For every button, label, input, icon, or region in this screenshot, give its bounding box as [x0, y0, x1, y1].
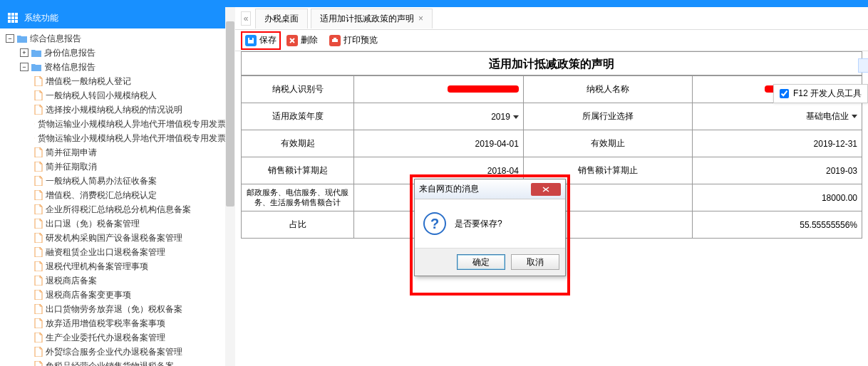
tree-leaf[interactable]: 企业所得税汇总纳税总分机构信息备案 — [0, 202, 234, 216]
file-icon — [34, 333, 43, 343]
svg-rect-13 — [334, 38, 336, 40]
tree-leaf[interactable]: 生产企业委托代办退税备案管理 — [0, 330, 234, 345]
tree-leaf-label: 一般纳税人简易办法征收备案 — [46, 175, 157, 187]
tree-leaf-label: 研发机构采购国产设备退税备案管理 — [46, 232, 182, 244]
label-service-sales-total: 邮政服务、电信服务、现代服务、生活服务销售额合计 — [242, 184, 354, 211]
close-icon[interactable]: × — [418, 14, 423, 23]
tree-group-qualification[interactable]: − 资格信息报告 — [0, 60, 234, 74]
cancel-button[interactable]: 取消 — [511, 254, 559, 270]
tab-bar: « 办税桌面 适用加计抵减政策的声明× — [235, 7, 868, 30]
save-button[interactable]: 保存 — [245, 34, 277, 46]
tab-declaration[interactable]: 适用加计抵减政策的声明× — [311, 9, 433, 28]
value-taxpayer-id — [354, 76, 524, 103]
tree-leaf[interactable]: 增值税一般纳税人登记 — [0, 74, 234, 88]
file-icon — [34, 105, 43, 115]
sidebar-header: 系统功能 — [0, 7, 234, 28]
dev-tools-tag[interactable]: F12 开发人员工具 — [773, 84, 868, 103]
tree-leaf[interactable]: 增值税、消费税汇总纳税认定 — [0, 188, 234, 202]
value-sales-to[interactable]: 2019-03 — [693, 157, 862, 184]
tree: − 综合信息报告 + 身份信息报告 − 资格信息报告 增值税一般纳税人登记一般纳… — [0, 28, 234, 366]
button-label: 保存 — [259, 34, 277, 46]
tree-leaf[interactable]: 简并征期申请 — [0, 145, 234, 160]
svg-rect-3 — [8, 16, 11, 19]
tree-leaf-label: 增值税一般纳税人登记 — [46, 75, 131, 88]
svg-rect-5 — [15, 16, 18, 19]
tree-leaf[interactable]: 免税品经营企业销售货物退税备案 — [0, 359, 234, 366]
tree-leaf-label: 免税品经营企业销售货物退税备案 — [46, 360, 174, 367]
close-icon — [542, 187, 549, 192]
svg-rect-0 — [8, 13, 11, 16]
tree-leaf[interactable]: 外贸综合服务企业代办退税备案管理 — [0, 345, 234, 359]
file-icon — [34, 318, 43, 328]
file-icon — [34, 219, 43, 229]
file-icon — [34, 90, 43, 100]
ok-button[interactable]: 确定 — [457, 254, 505, 270]
print-icon — [329, 35, 341, 46]
button-label: 删除 — [301, 34, 318, 46]
grid-icon — [7, 12, 19, 23]
print-preview-button[interactable]: 打印预览 — [329, 34, 378, 46]
delete-button[interactable]: 删除 — [286, 34, 318, 46]
sidebar-title: 系统功能 — [24, 12, 58, 24]
tree-leaf-label: 出口货物劳务放弃退（免）税权备案 — [46, 303, 182, 315]
file-icon — [34, 176, 43, 186]
select-policy-year[interactable]: 2019 — [354, 103, 524, 130]
delete-icon — [286, 35, 298, 46]
dialog-close-button[interactable] — [531, 183, 561, 196]
svg-rect-1 — [11, 13, 14, 16]
button-label: 打印预览 — [343, 34, 378, 46]
label-taxpayer-name: 纳税人名称 — [523, 76, 693, 103]
tree-leaf-label: 退税商店备案 — [46, 275, 97, 287]
tree-leaf-label: 企业所得税汇总纳税总分机构信息备案 — [46, 204, 191, 216]
tree-leaf-label: 外贸综合服务企业代办退税备案管理 — [46, 346, 182, 358]
tree-leaf[interactable]: 选择按小规模纳税人纳税的情况说明 — [0, 103, 234, 117]
value-service-sales-total[interactable]: 18000.00 — [693, 184, 862, 211]
svg-rect-8 — [15, 20, 18, 23]
label-sales-from: 销售额计算期起 — [242, 157, 354, 184]
collapse-icon[interactable]: − — [6, 34, 14, 43]
label-industry: 所属行业选择 — [523, 103, 693, 130]
tree-leaf[interactable]: 简并征期取消 — [0, 160, 234, 174]
svg-rect-7 — [11, 20, 14, 23]
file-icon — [34, 162, 43, 172]
file-icon — [34, 76, 43, 86]
tree-leaf-label: 融资租赁企业出口退税备案管理 — [46, 246, 165, 258]
chevron-down-icon — [852, 115, 857, 118]
sidebar: 系统功能 − 综合信息报告 + 身份信息报告 − 资格信息报告 增值税一般纳税人… — [0, 7, 235, 366]
sidebar-scrollbar[interactable] — [225, 7, 235, 366]
dialog-titlebar[interactable]: 来自网页的消息 — [415, 179, 565, 199]
tree-leaf[interactable]: 退税商店备案 — [0, 273, 234, 288]
file-icon — [34, 261, 43, 271]
dev-checkbox[interactable] — [780, 89, 789, 98]
tree-leaf[interactable]: 货物运输业小规模纳税人异地代开增值税专用发票备 — [0, 117, 234, 131]
folder-icon — [31, 48, 41, 57]
tree-leaf[interactable]: 出口退（免）税备案管理 — [0, 216, 234, 231]
confirm-dialog: 来自网页的消息 ? 是否要保存? 确定 取消 — [414, 179, 566, 276]
dialog-body: ? 是否要保存? — [415, 199, 565, 248]
tree-leaf[interactable]: 出口货物劳务放弃退（免）税权备案 — [0, 302, 234, 316]
side-tab[interactable] — [858, 58, 868, 73]
scrollbar-thumb[interactable] — [226, 21, 234, 206]
tab-label: 办税桌面 — [264, 13, 299, 25]
tree-leaf[interactable]: 研发机构采购国产设备退税备案管理 — [0, 231, 234, 245]
tree-leaf[interactable]: 一般纳税人转回小规模纳税人 — [0, 88, 234, 103]
tree-leaf[interactable]: 一般纳税人简易办法征收备案 — [0, 174, 234, 188]
tree-leaf[interactable]: 退税商店备案变更事项 — [0, 288, 234, 302]
file-icon — [34, 361, 43, 366]
tree-leaf[interactable]: 融资租赁企业出口退税备案管理 — [0, 245, 234, 259]
toolbar: 保存 删除 打印预览 — [235, 30, 868, 51]
dialog-message: 是否要保存? — [455, 218, 502, 230]
save-icon — [245, 35, 257, 46]
tab-desktop[interactable]: 办税桌面 — [255, 9, 308, 28]
tree-group-identity[interactable]: + 身份信息报告 — [0, 46, 234, 60]
collapse-icon[interactable]: − — [20, 63, 29, 71]
value-valid-to[interactable]: 2019-12-31 — [693, 130, 862, 157]
tab-prev-button[interactable]: « — [241, 11, 251, 26]
tree-root[interactable]: − 综合信息报告 — [0, 31, 234, 46]
expand-icon[interactable]: + — [20, 48, 29, 57]
select-industry[interactable]: 基础电信业 — [693, 103, 862, 130]
tree-leaf[interactable]: 退税代理机构备案管理事项 — [0, 259, 234, 273]
tree-leaf[interactable]: 放弃适用增值税零税率备案事项 — [0, 316, 234, 330]
value-valid-from[interactable]: 2019-04-01 — [354, 130, 524, 157]
tree-leaf[interactable]: 货物运输业小规模纳税人异地代开增值税专用发票备 — [0, 131, 234, 145]
